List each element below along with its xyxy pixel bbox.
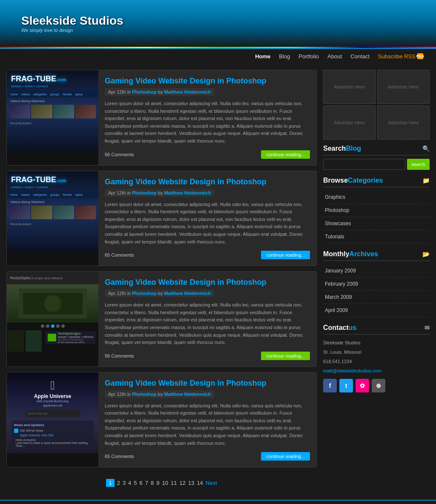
archive-mar[interactable]: March 2009: [323, 291, 430, 304]
page-3[interactable]: 3: [123, 480, 126, 486]
category-item-showcases[interactable]: Showcases: [323, 217, 430, 230]
post-category[interactable]: Photoshop: [132, 291, 156, 296]
post-title[interactable]: Gaming Video Website Design in Photoshop: [105, 178, 310, 186]
social-icons: f t ✿ ⊕: [323, 379, 430, 392]
subscribe-rss[interactable]: Subscribe RSS RSS: [378, 53, 423, 60]
facebook-icon[interactable]: f: [323, 379, 337, 392]
thumb-cell: [53, 105, 74, 118]
post-footer: 65 Comments continue reading...: [105, 452, 310, 461]
post-thumbnail: FRAG-TUBE.com stream • share • connect h…: [7, 70, 98, 165]
nav-dot[interactable]: [41, 324, 44, 328]
rusty-bottom: VicinityDesigns simple • beautiful • eff…: [7, 329, 98, 352]
nav-home[interactable]: Home: [255, 53, 270, 60]
page-next[interactable]: Next: [206, 480, 217, 486]
page-12[interactable]: 12: [179, 480, 185, 486]
page-10[interactable]: 10: [162, 480, 168, 486]
contact-email[interactable]: matt@sleeksidestudios.com: [323, 368, 382, 373]
apple-news-link[interactable]: Apple Universe, Mac Site: [20, 434, 92, 437]
page-9[interactable]: 9: [156, 480, 159, 486]
frag-sub: stream • share • connect: [7, 185, 98, 189]
fake-nav: homevideoscategoriesgroupsfriendsuploa: [7, 192, 98, 198]
comments-count[interactable]: 56 Comments: [105, 152, 134, 157]
post-title[interactable]: Gaming Video Website Design in Photoshop: [105, 379, 310, 388]
post-thumbnail:  Apple Universe with Daniel Burlovsky a…: [7, 372, 98, 467]
archive-jan[interactable]: January 2009: [323, 264, 430, 278]
gaming-thumb: FRAG-TUBE.com stream • share • connect h…: [7, 171, 98, 252]
page-2[interactable]: 2: [117, 480, 120, 486]
post-author[interactable]: Matthew Heidenreich: [164, 291, 211, 296]
page-1[interactable]: 1: [106, 479, 114, 487]
post-title[interactable]: Gaming Video Website Design in Photoshop: [105, 77, 310, 86]
nav-blog[interactable]: Blog: [279, 53, 290, 60]
categories-icon: 📁: [422, 177, 430, 184]
nav-bar: Home Blog Portfolio About Contact Subscr…: [0, 48, 436, 63]
twitter-icon[interactable]: t: [339, 379, 353, 392]
archive-apr[interactable]: April 2009: [323, 304, 430, 317]
nav-dot[interactable]: [46, 324, 49, 328]
continue-reading-button[interactable]: continue reading...: [261, 452, 310, 461]
page-13[interactable]: 13: [188, 480, 194, 486]
archive-feb[interactable]: February 2009: [323, 278, 430, 291]
post-title[interactable]: Gaming Video Website Design in Photoshop: [105, 278, 310, 287]
category-item-tutorials[interactable]: Tutorials: [323, 230, 430, 243]
post-footer: 56 Comments continue reading...: [105, 352, 310, 360]
apple-search[interactable]: Search this site...: [25, 410, 80, 417]
page-8[interactable]: 8: [151, 480, 154, 486]
apple-news-dot: [14, 429, 18, 433]
comments-count[interactable]: 65 Comments: [105, 454, 134, 459]
apple-news-box: News and Updates Site Will be Down Apple…: [11, 421, 94, 450]
thumb-cell: [9, 206, 30, 219]
flickr-icon[interactable]: ✿: [356, 379, 369, 392]
nav-about[interactable]: About: [327, 53, 342, 60]
groups-icon[interactable]: ⊕: [372, 379, 385, 392]
post-category[interactable]: Photoshop: [132, 89, 156, 94]
post-author[interactable]: Matthew Heidenreich: [164, 190, 211, 195]
continue-reading-button[interactable]: continue reading...: [261, 150, 310, 159]
logo[interactable]: Sleekside Studios We simply love to desi…: [21, 14, 123, 33]
ad-box-4[interactable]: Advertise Here: [377, 106, 430, 140]
post-thumbnail: FRAG-TUBE.com stream • share • connect h…: [7, 171, 98, 266]
continue-reading-button[interactable]: continue reading...: [261, 352, 310, 360]
ad-box-3[interactable]: Advertise Here: [323, 106, 376, 140]
ad-box-2[interactable]: Advertise Here: [377, 70, 430, 104]
categories-section: BrowseCategories 📁 Graphics Photoshop Sh…: [323, 177, 430, 243]
nav-dot[interactable]: [56, 324, 60, 328]
search-input[interactable]: [323, 159, 405, 170]
thumb-cell: [31, 206, 52, 219]
continue-reading-button[interactable]: continue reading...: [261, 251, 310, 259]
category-item-photoshop[interactable]: Photoshop: [323, 204, 430, 217]
page-11[interactable]: 11: [171, 480, 177, 486]
thumb-cell: [75, 105, 96, 118]
post-author[interactable]: Matthew Heidenreich: [164, 89, 211, 94]
page-4[interactable]: 4: [128, 480, 131, 486]
page-5[interactable]: 5: [134, 480, 137, 486]
apple-universe-title: Apple Universe: [34, 393, 71, 399]
search-button[interactable]: search: [407, 159, 430, 170]
archives-icon: 📂: [422, 251, 430, 258]
post-meta: Apr 12th in Photoshop by Matthew Heidenr…: [105, 289, 214, 297]
apple-icon: : [50, 379, 54, 392]
category-item-graphics[interactable]: Graphics: [323, 191, 430, 204]
apple-news-item: Site Will be Down: [14, 429, 92, 433]
thumb-grid: [7, 206, 98, 219]
post-author[interactable]: Matthew Heidenreich: [164, 392, 211, 397]
archives-title: MonthlyArchives 📂: [323, 250, 430, 261]
nav-dot[interactable]: [61, 324, 65, 328]
contact-icon: ✉: [425, 324, 430, 331]
archives-section: MonthlyArchives 📂 January 2009 February …: [323, 250, 430, 317]
post-category[interactable]: Photoshop: [132, 190, 156, 195]
nav-contact[interactable]: Contact: [350, 53, 370, 60]
nav-portfolio[interactable]: Portfolio: [298, 53, 319, 60]
comments-count[interactable]: 56 Comments: [105, 353, 134, 358]
post-body: Lorem ipsum dolor sit amet, consectetur …: [105, 402, 310, 447]
page-14[interactable]: 14: [197, 480, 203, 486]
vicinity-text: VicinityDesigns simple • beautiful • eff…: [58, 332, 93, 344]
post-card: FRAG-TUBE.com stream • share • connect h…: [6, 70, 317, 166]
page-6[interactable]: 6: [140, 480, 143, 486]
page-7[interactable]: 7: [145, 480, 148, 486]
rusty-mini: [26, 330, 42, 352]
ad-box-1[interactable]: Advertise Here: [323, 70, 376, 104]
nav-dot-active[interactable]: [51, 324, 54, 328]
comments-count[interactable]: 65 Comments: [105, 252, 134, 258]
post-category[interactable]: Photoshop: [132, 392, 156, 397]
